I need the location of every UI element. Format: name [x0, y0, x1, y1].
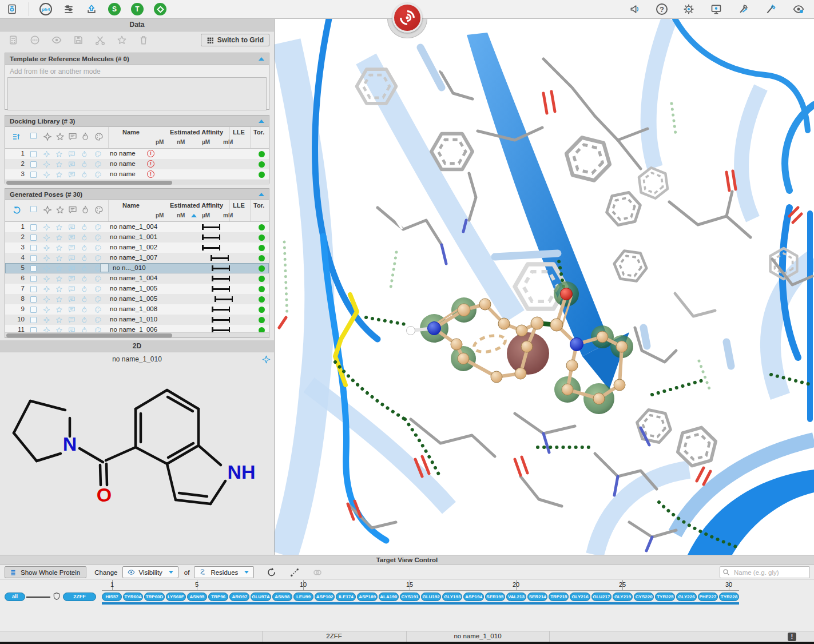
star-icon[interactable] [55, 316, 63, 324]
upload-icon[interactable] [85, 3, 98, 15]
column-tor[interactable]: Tor. [253, 202, 264, 209]
seesar-mode-diamond-icon[interactable] [154, 3, 166, 15]
pose-row[interactable]: 6 no name_1_004 [5, 273, 269, 284]
comment-icon[interactable] [68, 296, 76, 303]
docking-row[interactable]: 1 no name ! [5, 149, 269, 159]
hotspot-icon[interactable] [81, 316, 88, 324]
star-icon[interactable] [55, 171, 63, 178]
column-lle[interactable]: LLE [233, 202, 245, 209]
comment-icon[interactable] [68, 224, 76, 231]
star-icon[interactable] [55, 224, 63, 231]
pose-row[interactable]: 3 no name_1_002 [5, 243, 269, 253]
row-checkbox[interactable] [30, 317, 37, 323]
hotspot-icon[interactable] [81, 224, 88, 231]
pin-icon[interactable] [43, 150, 50, 158]
pin-icon[interactable] [43, 244, 50, 252]
color-palette-icon[interactable] [94, 316, 102, 324]
delete-icon[interactable] [138, 35, 149, 45]
star-icon[interactable] [55, 296, 63, 303]
calculate-icon[interactable] [8, 35, 18, 45]
row-checkbox[interactable] [30, 307, 37, 313]
hotspot-icon[interactable] [81, 285, 88, 293]
color-palette-icon[interactable] [94, 205, 104, 214]
cut-molecule-icon[interactable] [95, 35, 105, 45]
comment-icon[interactable] [68, 255, 76, 262]
residue-chip[interactable]: GLU97A [251, 593, 271, 601]
pose-row[interactable]: 8 no name_1_005 [5, 294, 269, 304]
column-lle[interactable]: LLE [233, 129, 245, 136]
comment-icon[interactable] [68, 265, 76, 272]
residue-chip[interactable]: PHE227 [698, 593, 718, 601]
row-checkbox[interactable] [30, 296, 37, 303]
show-whole-protein-button[interactable]: Show Whole Protein [5, 566, 86, 578]
row-checkbox[interactable] [30, 224, 37, 230]
docking-row[interactable]: 3 no name ! [5, 169, 269, 180]
comment-icon[interactable] [68, 316, 76, 324]
comment-icon[interactable] [68, 150, 76, 158]
hotspot-icon[interactable] [81, 306, 88, 313]
residue-chip[interactable]: TRP96 [208, 593, 228, 601]
pin-2d-icon[interactable] [262, 355, 271, 364]
star-icon[interactable] [55, 265, 63, 272]
chip-chain-2zff[interactable]: 2ZFF [63, 593, 96, 601]
residue-chip[interactable]: LYS60F [166, 593, 186, 601]
reset-view-icon[interactable] [267, 567, 277, 578]
residue-chip[interactable]: TYR60A [123, 593, 143, 601]
residue-chip[interactable]: ASP189 [357, 593, 377, 601]
residue-chip[interactable]: CYS220 [634, 593, 654, 601]
pin-icon[interactable] [43, 171, 50, 178]
chip-all-residues[interactable]: all [5, 593, 25, 601]
column-tor[interactable]: Tor. [253, 129, 264, 136]
templates-dropzone[interactable] [7, 77, 267, 110]
pin-icon[interactable] [43, 275, 50, 283]
comment-icon[interactable] [68, 244, 76, 252]
color-palette-icon[interactable] [94, 275, 102, 283]
hotspot-icon[interactable] [81, 296, 88, 303]
residue-chip[interactable]: TYR228 [719, 593, 739, 601]
residue-chip[interactable]: ASP194 [463, 593, 483, 601]
horizontal-scrollbar[interactable] [5, 180, 269, 185]
pose-row[interactable]: 1 no name_1_004 [5, 222, 269, 232]
hotspot-icon[interactable] [81, 255, 88, 262]
pin-icon[interactable] [43, 224, 50, 231]
residue-chip[interactable]: TYR225 [655, 593, 675, 601]
pose-row[interactable]: 2 no name_1_001 [5, 232, 269, 243]
color-palette-icon[interactable] [94, 255, 102, 262]
comment-icon[interactable] [68, 132, 77, 141]
star-icon[interactable] [55, 234, 63, 241]
pin-icon[interactable] [43, 255, 50, 262]
residues-dropdown[interactable]: Residues [194, 566, 254, 578]
residue-chip[interactable]: ILE174 [336, 593, 356, 601]
star-icon[interactable] [55, 132, 65, 141]
pose-row-selected[interactable]: 5 no n..._010 [5, 263, 269, 273]
hotspot-icon[interactable] [81, 244, 88, 252]
residue-chip[interactable]: CYS191 [400, 593, 420, 601]
residue-chip[interactable]: TRP215 [549, 593, 569, 601]
sort-ascending-icon[interactable] [191, 214, 197, 217]
comment-icon[interactable] [68, 205, 77, 214]
residue-chip[interactable]: LEU99 [293, 593, 313, 601]
residue-chip[interactable]: SER195 [485, 593, 505, 601]
view-settings-icon[interactable] [792, 3, 805, 15]
row-checkbox[interactable] [30, 255, 37, 261]
residue-chip[interactable]: GLY193 [442, 593, 462, 601]
more-options-icon[interactable] [30, 35, 40, 45]
star-icon[interactable] [55, 205, 65, 214]
residue-chip[interactable]: GLU192 [421, 593, 441, 601]
generated-poses-header[interactable]: Generated Poses (# 30) [5, 189, 269, 200]
docking-library-header[interactable]: Docking Library (# 3) [5, 116, 269, 127]
star-icon[interactable] [55, 275, 63, 283]
column-affinity[interactable]: Estimated Affinity [170, 129, 223, 136]
hotspot-icon[interactable] [81, 265, 88, 272]
annotation-tools-icon[interactable] [765, 3, 777, 15]
viewport-3d[interactable] [275, 19, 814, 555]
pin-icon[interactable] [43, 161, 50, 168]
row-checkbox[interactable] [30, 276, 37, 282]
tools-icon[interactable] [737, 3, 750, 15]
collapse-chevron-icon[interactable] [259, 120, 264, 123]
pin-icon[interactable] [43, 205, 52, 214]
pin-icon[interactable] [43, 285, 50, 293]
color-palette-icon[interactable] [94, 171, 102, 178]
hotspot-icon[interactable] [81, 234, 88, 241]
residue-chip[interactable]: SER214 [527, 593, 547, 601]
